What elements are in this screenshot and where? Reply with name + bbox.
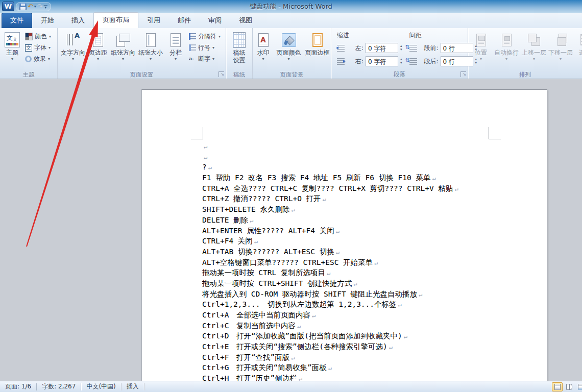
pilcrow-mark: ↵ (453, 185, 458, 192)
spacing-before-label: 段前: (419, 44, 439, 53)
pilcrow-mark: ↵ (334, 228, 340, 235)
theme-effects-button[interactable]: 效果▾ (23, 54, 53, 64)
page-color-button[interactable]: 页面颜色 ▾ (275, 30, 303, 70)
pilcrow-mark: ↵ (373, 259, 378, 266)
doc-line: ALT+空格键窗口菜单?????? CTRL+ESC 开始菜单↵ (202, 257, 534, 268)
full-screen-reading-icon (566, 384, 572, 390)
themes-button[interactable]: 文文 主题 ▾ (2, 30, 23, 70)
doc-line: 将光盘插入到 CD-ROM 驱动器时按 SHIFT 键阻止光盘自动播放↵ (202, 289, 534, 300)
doc-line: Ctrl+G 打开或关闭“简易收集”面板↵ (202, 362, 534, 373)
pilcrow-mark: ↵ (248, 217, 253, 224)
watermark-button[interactable]: 水印 ▾ (252, 30, 275, 70)
status-page-number[interactable]: 页面: 1/6 (0, 382, 36, 391)
bring-forward-button: 上移一层 ▾ (521, 30, 547, 70)
doc-line: CTRL+A 全选???? CTRL+C 复制???? CTRL+X 剪切???… (202, 183, 534, 194)
tab-insert[interactable]: 插入 (63, 13, 93, 28)
page-color-icon (282, 33, 296, 47)
document-text[interactable]: ↵ ↵ ?↵ F1 帮助 F2 改名 F3 搜索 F4 地址 F5 刷新 F6 … (202, 141, 534, 381)
pilcrow-mark: ↵ (387, 344, 393, 351)
size-button[interactable]: 纸张大小 ▾ (137, 30, 164, 70)
line-numbers-button[interactable]: 行号▾ (187, 43, 223, 53)
quick-access-toolbar: W ↶ ▾ ↷ —▾ (0, 0, 51, 13)
orientation-icon (116, 33, 130, 47)
paragraph-dialog-launcher[interactable]: ↘ (460, 71, 466, 77)
group-page-setup: 文字方向 ▾ 页边距 ▾ 纸张方向 ▾ 纸张大小 ▾ (58, 28, 226, 79)
indent-left-input[interactable]: 0 字符 (366, 43, 398, 53)
indent-left-down[interactable]: ▾ (400, 48, 402, 52)
doc-line: Ctrl+C 复制当前选中内容↵ (202, 321, 534, 331)
wrap-text-button: 自动换行 ▾ (492, 30, 521, 70)
document-page[interactable]: ↵ ↵ ?↵ F1 帮助 F2 改名 F3 搜索 F4 地址 F5 刷新 F6 … (141, 89, 547, 381)
tab-references[interactable]: 引用 (138, 13, 169, 28)
ribbon: 文文 主题 ▾ 颜色▾ 文 字体▾ 效果▾ (0, 28, 582, 79)
tab-mailings[interactable]: 邮件 (169, 13, 200, 28)
columns-button[interactable]: 分栏 ▾ (164, 30, 187, 70)
doc-line: Ctrl+E 打开或关闭“搜索”侧边栏(各种搜索引擎可选)↵ (202, 341, 534, 352)
group-label-paragraph: 段落 (332, 70, 467, 79)
position-icon (476, 34, 486, 46)
orientation-button[interactable]: 纸张方向 ▾ (109, 30, 137, 70)
tab-view[interactable]: 视图 (230, 13, 261, 28)
columns-icon (171, 33, 181, 47)
breaks-button[interactable]: 分隔符▾ (187, 32, 223, 41)
status-language[interactable]: 中文(中国) (81, 382, 120, 391)
text-direction-button[interactable]: 文字方向 ▾ (59, 30, 87, 70)
doc-line: ALT+TAB 切换?????? ALT+ESC 切换↵ (202, 247, 534, 257)
group-paper: 稿纸 设置 稿纸 (226, 28, 253, 79)
pilcrow-mark: ↵ (397, 301, 402, 308)
full-screen-reading-view-button[interactable] (564, 382, 574, 391)
status-word-count[interactable]: 字数: 2,267 (37, 382, 81, 391)
undo-dropdown-icon[interactable]: ▾ (34, 5, 36, 9)
wrap-text-icon (502, 34, 512, 46)
save-icon[interactable] (19, 3, 27, 10)
pilcrow-mark: ↵ (430, 175, 435, 182)
doc-line: F1 帮助 F2 改名 F3 搜索 F4 地址 F5 刷新 F6 切换 F10 … (202, 173, 534, 183)
pilcrow-mark: ↵ (202, 143, 207, 150)
doc-line: SHIFT+DELETE 永久删除↵ (202, 204, 534, 215)
group-paragraph: 缩进 左: 0 字符 ▴▾ 右: 0 字符 ▴▾ (331, 28, 468, 79)
spacing-before-icon (409, 45, 417, 52)
indent-left-icon (337, 45, 345, 52)
page-setup-dialog-launcher[interactable]: ↘ (219, 71, 224, 77)
doc-line: ALT+ENTER 属性????? ALT+F4 关闭↵ (202, 226, 534, 236)
status-insert-mode[interactable]: 插入 (122, 382, 144, 391)
group-label-paper: 稿纸 (227, 70, 252, 79)
titlebar: W ↶ ▾ ↷ —▾ 键盘功能 - Microsoft Word (0, 0, 582, 13)
customize-qat-icon[interactable]: —▾ (43, 4, 47, 9)
indent-right-down[interactable]: ▾ (400, 61, 402, 65)
pilcrow-mark: ↵ (310, 312, 316, 319)
print-layout-view-button[interactable] (552, 382, 563, 391)
tab-home[interactable]: 开始 (32, 13, 63, 28)
pilcrow-mark: ↵ (253, 238, 258, 245)
pilcrow-mark: ↵ (334, 249, 340, 256)
paper-setup-button[interactable]: 稿纸 设置 (228, 30, 251, 70)
theme-effects-icon (25, 56, 32, 62)
spacing-after-icon (409, 58, 417, 65)
doc-line: DELETE 删除↵ (202, 215, 534, 226)
tab-page-layout[interactable]: 页面布局 (93, 12, 138, 28)
theme-fonts-icon: 文 (25, 44, 32, 52)
word-logo-icon[interactable]: W (2, 2, 14, 11)
document-area: ↵ ↵ ?↵ F1 帮助 F2 改名 F3 搜索 F4 地址 F5 刷新 F6 … (0, 80, 582, 381)
theme-fonts-button[interactable]: 文 字体▾ (23, 43, 53, 53)
doc-line: Ctrl+F 打开“查找”面版↵ (202, 352, 534, 363)
pilcrow-mark: ↵ (321, 195, 326, 203)
send-backward-icon (554, 33, 567, 46)
spacing-header: 间距 (409, 31, 477, 40)
tab-file[interactable]: 文件 (2, 13, 32, 28)
undo-icon[interactable]: ↶ (28, 3, 33, 10)
tab-review[interactable]: 审阅 (200, 13, 230, 28)
group-page-background: 水印 ▾ 页面颜色 ▾ 页面边框 页面背景 (253, 28, 331, 79)
indent-right-input[interactable]: 0 字符 (366, 56, 398, 66)
page-borders-button[interactable]: 页面边框 (303, 30, 332, 70)
text-boundary-mark-right (489, 127, 501, 139)
pilcrow-mark: ↵ (417, 291, 422, 298)
web-layout-view-button[interactable] (575, 382, 582, 391)
margins-button[interactable]: 页边距 ▾ (87, 30, 109, 70)
hyphenation-button[interactable]: a- 断字▾ (187, 54, 223, 64)
theme-colors-button[interactable]: 颜色▾ (23, 32, 53, 41)
web-layout-icon (578, 384, 582, 390)
selection-pane-button: 选择 (574, 30, 582, 70)
position-button: 位置 ▾ (470, 30, 492, 70)
ribbon-tabs: 文件 开始 插入 页面布局 引用 邮件 审阅 视图 (0, 13, 582, 28)
